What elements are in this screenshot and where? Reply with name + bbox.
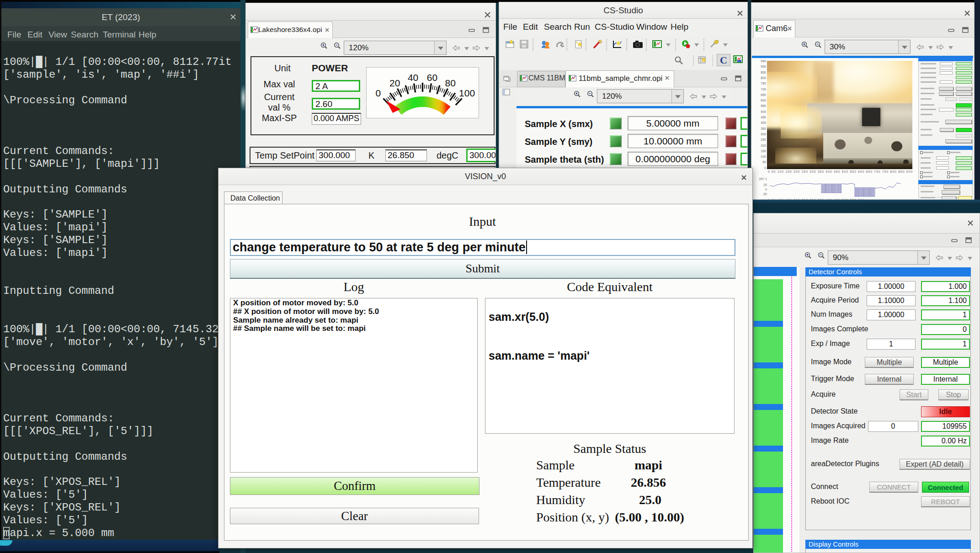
svg-text:20: 20 (389, 78, 400, 88)
svg-text:80: 80 (445, 78, 456, 88)
svg-text:0: 0 (376, 88, 381, 98)
svg-text:40: 40 (408, 72, 418, 83)
svg-text:100: 100 (459, 88, 475, 98)
svg-text:60: 60 (427, 72, 437, 83)
